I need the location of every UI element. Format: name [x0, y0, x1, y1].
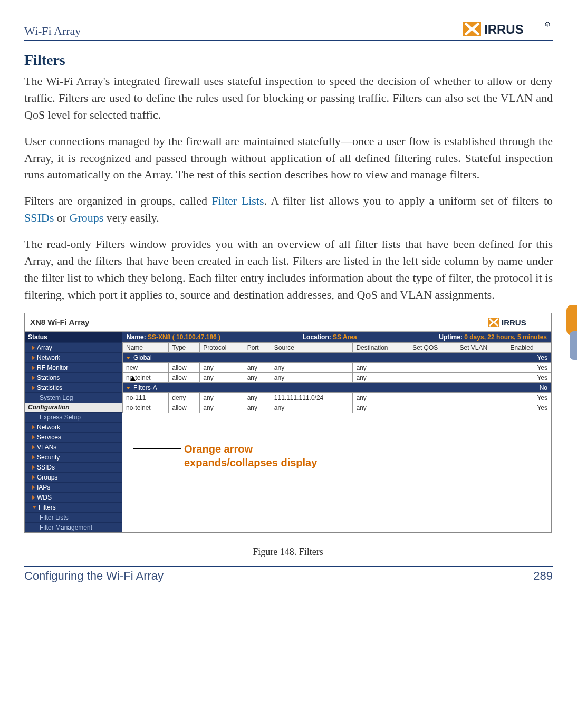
sidebar-item-wds[interactable]: WDS: [25, 492, 122, 502]
blue-tab: [570, 331, 577, 360]
group-row-global[interactable]: Global Yes: [123, 352, 551, 362]
sidebar-item-label: Filter Management: [40, 524, 92, 531]
location-value: SS Area: [333, 333, 357, 341]
page-header: Wi-Fi Array IRRUS R: [24, 16, 553, 41]
col-name: Name: [123, 342, 169, 352]
figure-caption: Figure 148. Filters: [24, 547, 552, 558]
caret-right-icon: [32, 455, 35, 459]
uptime-value: 0 days, 22 hours, 5 minutes: [464, 333, 547, 341]
group-enabled: Yes: [507, 352, 551, 362]
col-set-qos: Set QOS: [409, 342, 456, 352]
sidebar-item-filter-management[interactable]: Filter Management: [25, 522, 122, 532]
sidebar-item-array[interactable]: Array: [25, 342, 122, 352]
caret-right-icon: [32, 445, 35, 449]
group-enabled: No: [507, 382, 551, 392]
sidebar-item-stations[interactable]: Stations: [25, 372, 122, 382]
cell-dst: any: [353, 392, 409, 403]
callout-line-1: Orange arrow: [184, 442, 317, 456]
col-destination: Destination: [353, 342, 409, 352]
group-row-filters-a[interactable]: Filters-A No: [123, 382, 551, 392]
sidebar-item-rf-monitor[interactable]: RF Monitor: [25, 362, 122, 372]
cell-src: any: [271, 372, 353, 382]
sidebar-item-label: Filter Lists: [40, 514, 69, 521]
sidebar-item-label: Filters: [39, 504, 56, 511]
sidebar-item-label: RF Monitor: [37, 364, 68, 371]
cell-name: new: [123, 362, 169, 372]
table-header-row: Name Type Protocol Port Source Destinati…: [123, 342, 551, 352]
svg-text:IRRUS: IRRUS: [484, 22, 524, 36]
filters-table: Name Type Protocol Port Source Destinati…: [122, 342, 551, 413]
cell-qos: [409, 362, 456, 372]
cell-port: any: [244, 372, 271, 382]
p3-text-d: very easily.: [103, 211, 159, 224]
sidebar-item-label: Express Setup: [40, 414, 81, 421]
cell-dst: any: [353, 372, 409, 382]
paragraph-4: The read-only Filters window provides yo…: [24, 236, 553, 303]
sidebar-status-header: Status: [25, 332, 122, 342]
info-bar: Name: SS-XN8 ( 10.100.47.186 ) Location:…: [122, 332, 551, 342]
sidebar-item-vlans[interactable]: VLANs: [25, 442, 122, 452]
sidebar-item-label: Security: [37, 454, 60, 461]
page-footer: Configuring the Wi-Fi Array 289: [24, 566, 553, 583]
sidebar-item-services[interactable]: Services: [25, 432, 122, 442]
name-value: SS-XN8 ( 10.100.47.186 ): [148, 333, 220, 341]
caret-right-icon: [32, 465, 35, 470]
cell-dst: any: [353, 403, 409, 413]
sidebar-item-label: Network: [37, 354, 60, 361]
xirrus-logo-small-icon: IRRUS: [488, 317, 546, 328]
callout-line-2: expands/collapses display: [184, 456, 317, 470]
callout-line: [133, 381, 181, 449]
caret-right-icon: [32, 376, 35, 380]
link-filter-lists[interactable]: Filter Lists: [212, 194, 264, 207]
section-title: Wi-Fi Array: [24, 24, 81, 38]
sidebar-item-label: Stations: [37, 374, 60, 381]
sidebar-item-system-log[interactable]: System Log: [25, 392, 122, 403]
p3-text-b: . A filter list allows you to apply a un…: [264, 194, 553, 207]
sidebar-item-label: WDS: [37, 494, 52, 501]
cell-port: any: [244, 392, 271, 403]
page-number: 289: [533, 569, 553, 583]
cell-vlan: [456, 392, 507, 403]
paragraph-2: User connections managed by the firewall…: [24, 133, 553, 184]
caret-right-icon: [32, 425, 35, 429]
col-port: Port: [244, 342, 271, 352]
sidebar-item-label: IAPs: [37, 484, 50, 491]
paragraph-1: The Wi-Fi Array's integrated firewall us…: [24, 73, 553, 123]
cell-src: 111.111.111.0/24: [271, 392, 353, 403]
sidebar-item-network-conf[interactable]: Network: [25, 422, 122, 432]
sidebar-item-label: Statistics: [37, 384, 62, 391]
caret-right-icon: [32, 495, 35, 500]
page-edge-tabs: [566, 305, 577, 360]
caret-right-icon: [32, 485, 35, 490]
sidebar-item-groups[interactable]: Groups: [25, 472, 122, 482]
sidebar-item-label: SSIDs: [37, 464, 55, 471]
sidebar-item-statistics[interactable]: Statistics: [25, 382, 122, 392]
sidebar-item-label: System Log: [40, 394, 73, 401]
cell-vlan: [456, 403, 507, 413]
sidebar-item-security[interactable]: Security: [25, 452, 122, 462]
cell-proto: any: [200, 372, 244, 382]
cell-proto: any: [200, 362, 244, 372]
screenshot-titlebar: XN8 Wi-Fi Array IRRUS: [25, 313, 551, 332]
col-set-vlan: Set VLAN: [456, 342, 507, 352]
screenshot-container: XN8 Wi-Fi Array IRRUS Status Array Netwo…: [24, 313, 552, 533]
table-row: no-111 deny any any 111.111.111.0/24 any…: [123, 392, 551, 403]
sidebar-item-filter-lists[interactable]: Filter Lists: [25, 512, 122, 522]
sidebar-item-express-setup[interactable]: Express Setup: [25, 412, 122, 422]
col-protocol: Protocol: [200, 342, 244, 352]
sidebar-item-filters[interactable]: Filters: [25, 502, 122, 512]
sidebar-item-iaps[interactable]: IAPs: [25, 482, 122, 492]
caret-right-icon: [32, 356, 35, 360]
screenshot-title: XN8 Wi-Fi Array: [30, 318, 90, 327]
heading-filters: Filters: [24, 52, 553, 69]
screenshot-sidebar: Status Array Network RF Monitor Stations…: [25, 332, 122, 532]
figure-screenshot-block: XN8 Wi-Fi Array IRRUS Status Array Netwo…: [24, 313, 552, 558]
table-row: new allow any any any any Yes: [123, 362, 551, 372]
link-ssids[interactable]: SSIDs: [24, 211, 54, 224]
link-groups[interactable]: Groups: [70, 211, 104, 224]
sidebar-item-ssids[interactable]: SSIDs: [25, 462, 122, 472]
sidebar-item-network[interactable]: Network: [25, 352, 122, 362]
svg-text:R: R: [546, 23, 548, 26]
col-source: Source: [271, 342, 353, 352]
cell-type: allow: [169, 362, 200, 372]
